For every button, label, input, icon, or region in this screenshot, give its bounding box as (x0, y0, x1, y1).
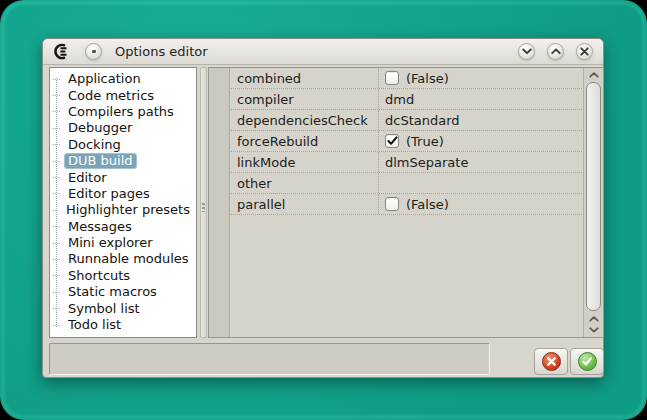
sidebar-item-editor[interactable]: Editor (50, 169, 194, 185)
sidebar-item-shortcuts[interactable]: Shortcuts (50, 268, 194, 284)
chevron-down-icon (522, 48, 532, 55)
check-icon (387, 136, 398, 146)
window-title: Options editor (115, 44, 208, 59)
checkbox-forcerebuild[interactable] (385, 134, 399, 148)
sidebar-item-dub-build[interactable]: DUB build (50, 153, 194, 169)
sidebar-item-docking[interactable]: Docking (50, 137, 194, 153)
property-value: (True) (379, 131, 582, 151)
close-icon (580, 47, 589, 56)
property-row-combined[interactable]: combined (False) (231, 68, 582, 89)
sidebar-item-todo-list[interactable]: Todo list (50, 317, 194, 333)
property-name: parallel (231, 194, 379, 214)
property-name: compiler (231, 89, 379, 109)
property-value: (False) (379, 194, 582, 214)
maximize-button[interactable] (547, 43, 564, 60)
scrollbar-down-button[interactable] (589, 325, 599, 334)
property-name: forceRebuild (231, 131, 379, 151)
window-menu-button[interactable] (85, 43, 102, 60)
panel-splitter[interactable] (200, 67, 207, 338)
property-row-dependenciescheck[interactable]: dependenciesCheck dcStandard (231, 110, 582, 131)
chevron-up-icon (551, 48, 561, 55)
scrollbar-up-button-2[interactable] (589, 314, 599, 323)
screen: Options editor Application (0, 0, 647, 420)
property-row-linkmode[interactable]: linkMode dlmSeparate (231, 152, 582, 173)
property-name: combined (231, 68, 379, 88)
chevron-up-icon (589, 316, 599, 322)
category-tree-panel: Application Code metrics Compilers paths… (49, 67, 197, 338)
chevron-down-icon (589, 327, 599, 333)
property-value[interactable]: dmd (379, 89, 582, 109)
ok-check-icon (578, 352, 597, 371)
bool-value-label: (True) (406, 134, 444, 149)
options-editor-window: Options editor Application (42, 38, 604, 378)
cancel-button[interactable] (534, 348, 568, 375)
bool-value-label: (False) (406, 71, 449, 86)
sidebar-item-highlighter-presets[interactable]: Highlighter presets (50, 202, 194, 218)
property-grid: combined (False) compiler dmd d (208, 67, 604, 338)
sidebar-item-mini-explorer[interactable]: Mini explorer (50, 235, 194, 251)
property-row-compiler[interactable]: compiler dmd (231, 89, 582, 110)
property-value[interactable]: dlmSeparate (379, 152, 582, 172)
chevron-up-icon (589, 72, 599, 78)
titlebar: Options editor (43, 39, 603, 65)
app-logo-icon (50, 43, 74, 60)
desktop-background: Options editor Application (0, 0, 647, 420)
sidebar-item-runnable-modules[interactable]: Runnable modules (50, 251, 194, 267)
scrollbar-up-button[interactable] (584, 68, 603, 81)
bool-value-label: (False) (406, 197, 449, 212)
checkbox-parallel[interactable] (385, 197, 399, 211)
property-row-forcerebuild[interactable]: forceRebuild (True) (231, 131, 582, 152)
property-name: other (231, 173, 379, 193)
property-row-parallel[interactable]: parallel (False) (231, 194, 582, 215)
category-tree: Application Code metrics Compilers paths… (50, 71, 194, 337)
sidebar-item-debugger[interactable]: Debugger (50, 120, 194, 136)
sidebar-item-messages[interactable]: Messages (50, 219, 194, 235)
sidebar-item-application[interactable]: Application (50, 71, 194, 87)
sidebar-item-editor-pages[interactable]: Editor pages (50, 186, 194, 202)
close-button[interactable] (576, 43, 593, 60)
sidebar-item-compilers-paths[interactable]: Compilers paths (50, 104, 194, 120)
sidebar-item-code-metrics[interactable]: Code metrics (50, 87, 194, 103)
property-grid-gutter (209, 68, 230, 337)
checkbox-combined[interactable] (385, 71, 399, 85)
scrollbar-thumb[interactable] (586, 82, 601, 311)
property-value[interactable]: dcStandard (379, 110, 582, 130)
sidebar-item-symbol-list[interactable]: Symbol list (50, 300, 194, 316)
sidebar-item-static-macros[interactable]: Static macros (50, 284, 194, 300)
minimize-button[interactable] (518, 43, 535, 60)
property-row-other[interactable]: other (231, 173, 582, 194)
property-name: dependenciesCheck (231, 110, 379, 130)
property-value: (False) (379, 68, 582, 88)
ok-button[interactable] (570, 348, 604, 375)
status-bar (49, 343, 490, 375)
property-rows: combined (False) compiler dmd d (231, 68, 582, 337)
property-name: linkMode (231, 152, 379, 172)
menu-dot-icon (92, 50, 96, 53)
vertical-scrollbar[interactable] (583, 68, 603, 337)
cancel-x-icon (542, 352, 561, 371)
property-value[interactable] (379, 173, 582, 193)
